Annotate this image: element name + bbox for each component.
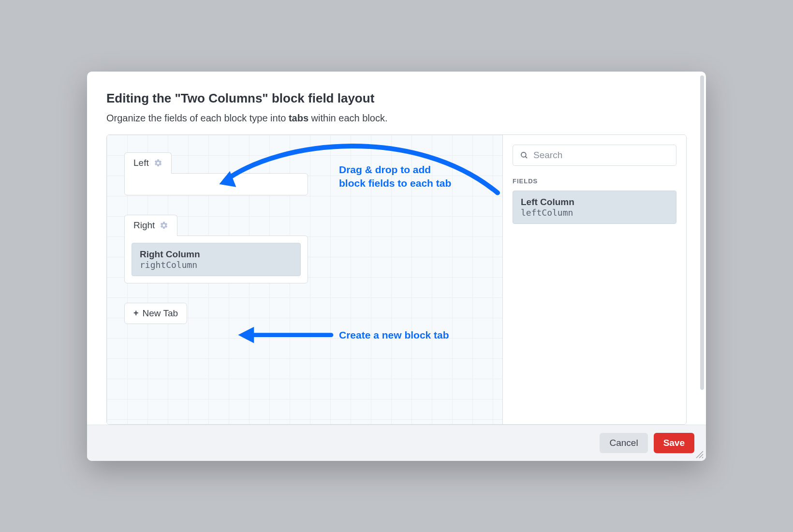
annotation-new-tab: Create a new block tab: [339, 328, 449, 342]
dialog-title: Editing the "Two Columns" block field la…: [106, 91, 687, 106]
svg-line-3: [696, 451, 703, 458]
tab-dropzone-left[interactable]: [124, 173, 308, 195]
modal-dialog: Editing the "Two Columns" block field la…: [87, 72, 706, 461]
field-chip-label: Left Column: [521, 197, 668, 207]
field-chip-label: Right Column: [140, 249, 293, 260]
workspace: Left Right Right Column rightColumn: [106, 134, 687, 425]
search-input[interactable]: [533, 150, 669, 161]
subtitle-part-2: within each block.: [308, 113, 387, 123]
sidebar-section-label: FIELDS: [513, 177, 676, 185]
svg-point-1: [521, 152, 526, 157]
sidebar-fields: FIELDS Left Column leftColumn: [502, 135, 686, 424]
dialog-subtitle: Organize the fields of each block type i…: [106, 113, 687, 124]
field-chip-right-column[interactable]: Right Column rightColumn: [132, 243, 301, 276]
tab-dropzone-right[interactable]: Right Column rightColumn: [124, 236, 308, 283]
plus-icon: +: [133, 308, 139, 318]
search-input-wrap[interactable]: [513, 145, 676, 166]
new-tab-label: New Tab: [143, 308, 178, 319]
subtitle-bold: tabs: [289, 113, 308, 123]
cancel-button[interactable]: Cancel: [600, 433, 647, 453]
new-tab-button[interactable]: + New Tab: [124, 303, 187, 324]
field-chip-handle: leftColumn: [521, 207, 668, 218]
tab-block-right[interactable]: Right Right Column rightColumn: [124, 215, 485, 283]
save-button[interactable]: Save: [654, 433, 694, 453]
modal-footer: Cancel Save: [87, 425, 706, 461]
resize-grip-icon[interactable]: [694, 449, 704, 459]
tab-block-left[interactable]: Left: [124, 152, 485, 195]
field-chip-left-column[interactable]: Left Column leftColumn: [513, 191, 676, 224]
subtitle-part-1: Organize the fields of each block type i…: [106, 113, 289, 123]
field-chip-handle: rightColumn: [140, 260, 293, 270]
search-icon: [520, 151, 529, 160]
gear-icon[interactable]: [160, 221, 168, 230]
gear-icon[interactable]: [154, 159, 162, 167]
scrollbar[interactable]: [700, 75, 704, 390]
svg-line-5: [702, 457, 703, 458]
tab-label: Left: [133, 158, 149, 168]
modal-body: Editing the "Two Columns" block field la…: [87, 72, 706, 425]
tab-header-right[interactable]: Right: [124, 215, 177, 236]
field-layout-designer: Left Right Right Column rightColumn: [107, 135, 502, 424]
tab-label: Right: [133, 220, 155, 231]
svg-line-2: [525, 156, 527, 158]
tab-header-left[interactable]: Left: [124, 152, 172, 174]
